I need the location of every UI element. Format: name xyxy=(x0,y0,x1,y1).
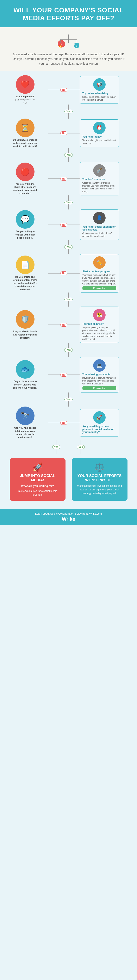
q6-row: 🛡️ Are you able to handle and respond to… xyxy=(5,307,133,343)
q4-yes: Yes xyxy=(64,240,73,254)
q3-outcome-icon: 🗡️ xyxy=(93,164,105,177)
q8-no-label: No xyxy=(61,421,67,425)
chat-icon: 💬 xyxy=(21,215,30,224)
q2-outcome-text: To do social right, you need to invest s… xyxy=(83,139,116,145)
q3-hline2 xyxy=(67,178,80,179)
q6-vline2 xyxy=(68,352,68,357)
q4-vline xyxy=(68,240,68,245)
q4-circle: 💬 xyxy=(16,210,35,229)
q7-outcome-title: You're losing prospects. xyxy=(83,373,116,376)
q8-center: 🔭 Can you find people talking about your… xyxy=(5,407,46,439)
q3-row: 🔴 Are you willing to share other people'… xyxy=(5,162,133,196)
q5-yes: Yes xyxy=(64,293,73,307)
q5-no-label: No xyxy=(61,272,67,275)
q3-text: Are you willing to share other people's … xyxy=(13,182,38,195)
q5-right: No ✏️ Start a content program Your socia… xyxy=(46,254,133,293)
q1-hline xyxy=(48,90,61,90)
q1-outcome-title: Try online advertising xyxy=(83,92,116,95)
q6-outcome: 😤 Too thin-skinned? Stop complaining abo… xyxy=(80,307,119,343)
q2-hline2 xyxy=(67,133,80,134)
scale-icon: Y $ 🔥 xyxy=(56,32,81,49)
q1-block: ❤️ Are you patient? (e.g. willing to wai… xyxy=(5,75,133,119)
shield-icon: 🛡️ xyxy=(21,315,30,324)
q8-yes-label-right: Yes xyxy=(77,445,85,449)
header: WILL YOUR COMPANY'S SOCIAL MEDIA EFFORTS… xyxy=(0,0,137,27)
q7-hline xyxy=(48,374,61,375)
final-section: 🚀 Jump into Social Media! What are you w… xyxy=(5,458,133,501)
q2-yes: Yes xyxy=(64,148,73,162)
q4-no-row: No 👤 You're not social enough for Social… xyxy=(48,210,119,240)
q6-outcome-title: Too thin-skinned? xyxy=(83,323,116,325)
q3-circle: 🔴 xyxy=(16,162,35,181)
q7-row: 🐟 Do you have a way to convert visitors … xyxy=(5,357,133,393)
footer: Learn about Social Collaboration Softwar… xyxy=(0,509,137,525)
q5-block: 📄 Do you create any original content tha… xyxy=(5,254,133,307)
q5-vline xyxy=(68,293,68,298)
q5-text: Do you create any original content that'… xyxy=(13,275,38,291)
q8-block: 🔭 Can you find people talking about your… xyxy=(5,407,133,454)
q1-outcome: 📢 Try online advertising Social media ef… xyxy=(80,76,119,104)
q3-outcome-text: Get in-touch with your sharing instincts… xyxy=(83,181,116,193)
q7-text: Do you have a way to convert visitors wh… xyxy=(13,380,38,390)
q3-vline xyxy=(68,196,68,200)
share-icon: 🔴 xyxy=(21,167,30,176)
q6-text: Are you able to handle and respond to pu… xyxy=(13,330,38,339)
final-good-sub: What are you waiting for? xyxy=(14,484,61,488)
q1-yes-label: Yes xyxy=(64,110,73,113)
q4-no-label: No xyxy=(61,223,67,227)
brand-logo: Wrike xyxy=(3,516,134,522)
q8-yes-label-left: Yes xyxy=(52,445,61,449)
q8-yes-right: Yes xyxy=(77,440,85,454)
q4-text: Are you willing to engage with other peo… xyxy=(13,230,38,239)
q2-center: ⏳ Do you have someone with several hours… xyxy=(5,119,46,148)
q1-right: No 📢 Try online advertising Social media… xyxy=(46,76,133,104)
q3-outcome-title: You don't share well xyxy=(83,178,116,181)
q8-circle: 🔭 xyxy=(16,407,35,425)
q5-circle: 📄 xyxy=(16,256,35,274)
q1-vline xyxy=(68,105,68,110)
q1-text: Are you patient? (e.g. willing to wait f… xyxy=(13,95,38,105)
q8-text: Can you find people talking about your i… xyxy=(13,426,38,439)
q6-hline xyxy=(48,325,61,325)
svg-text:🔥: 🔥 xyxy=(59,44,62,48)
q2-block: ⏳ Do you have someone with several hours… xyxy=(5,119,133,162)
q8-yes-left: Yes xyxy=(52,440,61,454)
intro-text: Social media for business is all the rag… xyxy=(13,52,124,66)
q4-center: 💬 Are you willing to engage with other p… xyxy=(5,210,46,239)
q5-outcome-title: Start a content program xyxy=(83,270,116,273)
q7-no-label: No xyxy=(61,373,67,377)
q8-outcome: 🚀 Are you willing to be a pioneer in soc… xyxy=(80,409,119,437)
q7-no-row: No 💻 You're losing prospects. Develop wa… xyxy=(48,357,119,393)
q1-outcome-icon: 📢 xyxy=(93,78,105,91)
q8-outcome-title: Are you willing to be a pioneer in socia… xyxy=(83,425,116,434)
hourglass-icon: ⏳ xyxy=(21,124,30,132)
flowchart: ❤️ Are you patient? (e.g. willing to wai… xyxy=(0,71,137,509)
q2-vline2 xyxy=(68,157,68,162)
footer-text: Learn about Social Collaboration Softwar… xyxy=(3,512,134,515)
q6-hline2 xyxy=(67,325,80,325)
q7-vline xyxy=(68,393,68,398)
q5-outcome: ✏️ Start a content program Your social m… xyxy=(80,254,119,293)
q4-row: 💬 Are you willing to engage with other p… xyxy=(5,210,133,240)
q7-block: 🐟 Do you have a way to convert visitors … xyxy=(5,357,133,407)
infographic: WILL YOUR COMPANY'S SOCIAL MEDIA EFFORTS… xyxy=(0,0,137,525)
document-icon: 📄 xyxy=(21,261,30,269)
rocket-icon: 🚀 xyxy=(14,462,61,472)
q1-outcome-text: Social media efforts take time to pay of… xyxy=(83,95,116,102)
q7-outcome-icon: 💻 xyxy=(93,359,105,372)
q7-outcome-text: Develop ways to capture information from… xyxy=(83,377,116,385)
q3-no-row: No 🗡️ You don't share well Get in-touch … xyxy=(48,162,119,196)
q7-yes: Yes xyxy=(64,393,73,407)
q5-row: 📄 Do you create any original content tha… xyxy=(5,254,133,293)
q7-right: No 💻 You're losing prospects. Develop wa… xyxy=(46,357,133,393)
q7-vline2 xyxy=(68,401,68,407)
q2-vline xyxy=(68,148,68,153)
q1-no-row: No 📢 Try online advertising Social media… xyxy=(48,76,119,104)
q4-vline2 xyxy=(68,249,68,254)
q2-text: Do you have someone with several hours p… xyxy=(13,138,38,148)
q8-no-row: No 🚀 Are you willing to be a pioneer in … xyxy=(48,409,119,437)
q3-block: 🔴 Are you willing to share other people'… xyxy=(5,162,133,210)
q1-no-label: No xyxy=(61,88,67,92)
q8-right: No 🚀 Are you willing to be a pioneer in … xyxy=(46,409,133,437)
q6-block: 🛡️ Are you able to handle and respond to… xyxy=(5,307,133,357)
